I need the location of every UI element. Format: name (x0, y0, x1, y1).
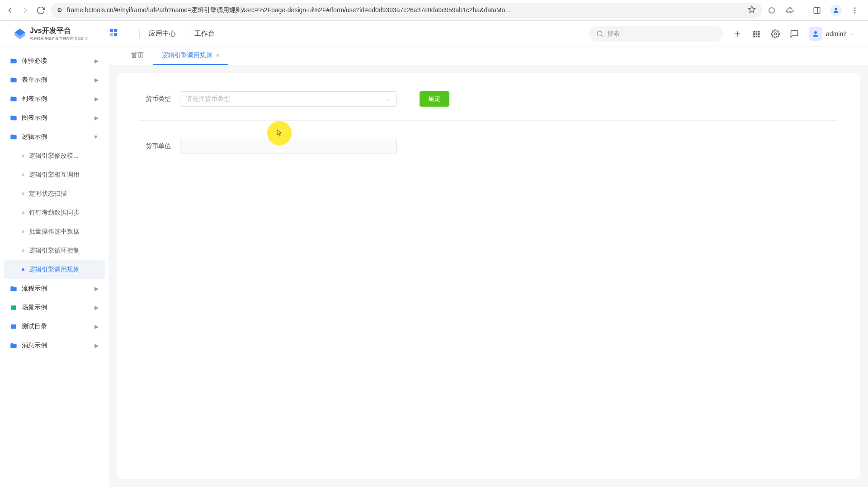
svg-rect-11 (114, 28, 117, 32)
circle-icon[interactable] (767, 5, 777, 15)
menu-icon[interactable] (850, 5, 860, 15)
sidebar-item-list[interactable]: 列表示例 ▶ (4, 89, 105, 108)
sidebar-label: 列表示例 (22, 95, 90, 103)
svg-point-5 (854, 7, 856, 9)
logo[interactable]: Jvs开发平台 私有部署·集成扩展·可视配置·灵活定义 (14, 26, 108, 42)
tab-home[interactable]: 首页 (122, 47, 153, 65)
svg-point-4 (835, 8, 837, 10)
currency-unit-row: 货币单位 (139, 139, 837, 154)
folder-icon (10, 133, 17, 140)
reload-button[interactable] (35, 5, 46, 16)
tab-label: 首页 (131, 52, 144, 60)
svg-rect-24 (753, 35, 755, 37)
sidebar-subitem-rules[interactable]: 逻辑引擎调用规则 (4, 260, 105, 279)
folder-icon (10, 304, 17, 311)
svg-rect-25 (756, 35, 758, 37)
logo-icon (14, 28, 26, 40)
sidebar-label: 逻辑示例 (22, 133, 89, 141)
site-info-icon[interactable]: ⚙ (57, 7, 62, 14)
sidebar-item-logic[interactable]: 逻辑示例 ▼ (4, 127, 105, 146)
currency-type-row: 货币类型 请选择货币类型 ⌄ 确定 (139, 91, 837, 107)
chevron-down-icon: ⌄ (850, 31, 854, 37)
nav-workspace[interactable]: 工作台 (194, 29, 215, 38)
folder-icon (10, 57, 17, 65)
folder-icon (10, 285, 17, 292)
user-menu[interactable]: admin2 ⌄ (809, 27, 854, 41)
sidebar-item-test[interactable]: 测试目录 ▶ (4, 317, 105, 336)
svg-point-28 (814, 31, 817, 34)
chevron-right-icon: ▶ (94, 342, 99, 349)
chevron-right-icon: ▶ (94, 77, 99, 83)
search-input[interactable]: 搜索 (589, 26, 723, 42)
sidebar-label: 表单示例 (22, 76, 90, 84)
divider (185, 29, 185, 38)
bullet-icon (22, 211, 24, 214)
svg-rect-21 (753, 33, 755, 35)
sidebar-subitem-timer[interactable]: 定时状态扫描 (4, 184, 105, 203)
menu-grid-icon[interactable] (108, 28, 121, 40)
bullet-icon (22, 192, 24, 195)
sidebar-subitem-modify[interactable]: 逻辑引擎修改模... (4, 146, 105, 165)
svg-point-14 (597, 31, 602, 36)
sidebar-subitem-mutual[interactable]: 逻辑引擎相互调用 (4, 165, 105, 184)
chevron-right-icon: ▶ (94, 58, 99, 64)
forward-button[interactable] (20, 5, 31, 16)
sidebar-item-form[interactable]: 表单示例 ▶ (4, 70, 105, 89)
currency-type-label: 货币类型 (139, 95, 171, 103)
profile-avatar[interactable] (830, 5, 842, 16)
plus-icon[interactable] (733, 29, 742, 38)
extensions-icon[interactable] (785, 5, 795, 15)
currency-type-select[interactable]: 请选择货币类型 ⌄ (180, 91, 397, 107)
back-button[interactable] (5, 5, 15, 16)
sidebar-sublabel: 逻辑引擎循环控制 (29, 247, 80, 255)
search-icon (596, 30, 604, 37)
tabs-bar: 首页 逻辑引擎调用规则 × (108, 47, 868, 65)
bullet-icon (22, 155, 24, 157)
sidebar-label: 场景示例 (22, 304, 90, 312)
svg-rect-10 (110, 28, 113, 32)
search-placeholder: 搜索 (607, 30, 620, 38)
svg-point-27 (774, 33, 777, 35)
sidepanel-icon[interactable] (812, 5, 822, 15)
sidebar-subitem-dingtalk[interactable]: 钉钉考勤数据同步 (4, 203, 105, 222)
sidebar-sublabel: 定时状态扫描 (29, 190, 67, 198)
chevron-right-icon: ▶ (94, 304, 99, 311)
svg-rect-29 (11, 305, 16, 309)
sidebar-subitem-loop[interactable]: 逻辑引擎循环控制 (4, 241, 105, 260)
chevron-right-icon: ▶ (94, 286, 99, 292)
nav-app-center[interactable]: 应用中心 (149, 29, 176, 38)
svg-rect-26 (758, 35, 760, 37)
sidebar-item-experience[interactable]: 体验必读 ▶ (4, 52, 105, 70)
app-header: Jvs开发平台 私有部署·集成扩展·可视配置·灵活定义 应用中心 工作台 搜索 (0, 21, 868, 47)
user-avatar-icon (809, 27, 822, 41)
chevron-down-icon: ⌄ (386, 95, 391, 103)
svg-rect-23 (758, 33, 760, 35)
confirm-button[interactable]: 确定 (420, 91, 449, 107)
apps-grid-icon[interactable] (752, 29, 761, 38)
close-icon[interactable]: × (216, 52, 219, 59)
form-panel: 货币类型 请选择货币类型 ⌄ 确定 货币单位 (117, 73, 860, 479)
sidebar-item-chart[interactable]: 图表示例 ▶ (4, 108, 105, 127)
bullet-icon (22, 268, 24, 271)
sidebar-subitem-batch[interactable]: 批量操作选中数据 (4, 222, 105, 241)
folder-icon (10, 76, 17, 84)
content-area: 首页 逻辑引擎调用规则 × 货币类型 请选择货币类型 ⌄ 确定 货币单位 (108, 47, 868, 487)
cursor-highlight (267, 121, 292, 145)
star-icon[interactable] (748, 5, 756, 15)
tab-logic-rules[interactable]: 逻辑引擎调用规则 × (153, 47, 228, 65)
folder-icon (10, 323, 17, 330)
sidebar-item-scene[interactable]: 场景示例 ▶ (4, 298, 105, 317)
folder-icon (10, 95, 17, 103)
sidebar-item-flow[interactable]: 流程示例 ▶ (4, 279, 105, 298)
sidebar-sublabel: 逻辑引擎调用规则 (29, 266, 80, 274)
svg-rect-22 (756, 33, 758, 35)
sidebar-label: 流程示例 (22, 285, 90, 293)
address-bar[interactable]: ⚙ frame.bctools.cn/#/myiframe/urlPath?na… (51, 3, 762, 18)
bullet-icon (22, 230, 24, 233)
folder-icon (10, 342, 17, 349)
browser-toolbar: ⚙ frame.bctools.cn/#/myiframe/urlPath?na… (0, 0, 868, 21)
settings-icon[interactable] (771, 29, 780, 38)
message-icon[interactable] (790, 29, 799, 38)
svg-point-7 (854, 12, 856, 13)
sidebar-item-message[interactable]: 消息示例 ▶ (4, 336, 105, 355)
